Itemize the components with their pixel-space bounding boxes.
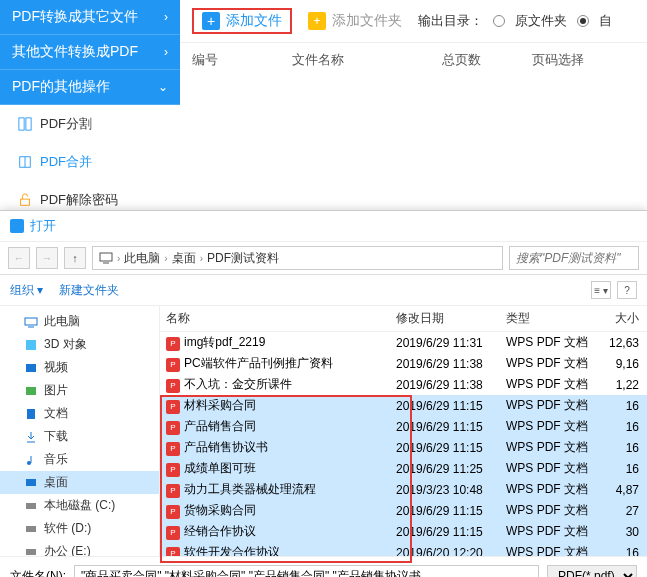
file-type: WPS PDF 文档 bbox=[500, 355, 600, 372]
add-file-button[interactable]: + 添加文件 bbox=[192, 8, 292, 34]
svg-rect-11 bbox=[26, 364, 36, 372]
tree-item[interactable]: 本地磁盘 (C:) bbox=[0, 494, 159, 517]
breadcrumb-seg[interactable]: PDF测试资料 bbox=[207, 250, 279, 267]
filetype-select[interactable]: PDF(*.pdf) bbox=[547, 565, 637, 577]
disk-icon bbox=[24, 545, 38, 557]
nav-up-button[interactable]: ↑ bbox=[64, 247, 86, 269]
add-folder-button[interactable]: + 添加文件夹 bbox=[308, 12, 402, 30]
disk-icon bbox=[24, 522, 38, 536]
col-date[interactable]: 修改日期 bbox=[390, 310, 500, 327]
breadcrumb-seg[interactable]: 此电脑 bbox=[124, 250, 160, 267]
file-size: 4,87 bbox=[600, 483, 645, 497]
sidebar: PDF转换成其它文件 › 其他文件转换成PDF › PDF的其他操作 ⌄ PDF… bbox=[0, 0, 180, 219]
tree-item[interactable]: 办公 (E:) bbox=[0, 540, 159, 556]
pdf-icon: P bbox=[166, 463, 180, 477]
tree-item[interactable]: 此电脑 bbox=[0, 310, 159, 333]
file-type: WPS PDF 文档 bbox=[500, 523, 600, 540]
tree-item-label: 视频 bbox=[44, 359, 68, 376]
sidebar-item-pdf-merge[interactable]: PDF合并 bbox=[0, 143, 180, 181]
tree-item-label: 文档 bbox=[44, 405, 68, 422]
new-folder-button[interactable]: 新建文件夹 bbox=[59, 282, 119, 299]
sidebar-cat-convert-from-pdf[interactable]: PDF转换成其它文件 › bbox=[0, 0, 180, 35]
radio-source-folder[interactable] bbox=[493, 15, 505, 27]
tree-item-label: 此电脑 bbox=[44, 313, 80, 330]
tree-item[interactable]: 图片 bbox=[0, 379, 159, 402]
view-mode-button[interactable]: ≡ ▾ bbox=[591, 281, 611, 299]
desk-icon bbox=[24, 476, 38, 490]
svg-rect-0 bbox=[19, 118, 24, 130]
file-row[interactable]: PPC端软件产品刊例推广资料2019/6/29 11:38WPS PDF 文档9… bbox=[160, 353, 647, 374]
file-row[interactable]: P不入坑：金交所课件2019/6/29 11:38WPS PDF 文档1,22 bbox=[160, 374, 647, 395]
file-row[interactable]: P经销合作协议2019/6/29 11:15WPS PDF 文档30 bbox=[160, 521, 647, 542]
tree-item-label: 桌面 bbox=[44, 474, 68, 491]
tree-item[interactable]: 下载 bbox=[0, 425, 159, 448]
svg-rect-18 bbox=[26, 503, 36, 509]
file-name: img转pdf_2219 bbox=[184, 335, 265, 349]
tree-item[interactable]: 文档 bbox=[0, 402, 159, 425]
tree-item[interactable]: 音乐 bbox=[0, 448, 159, 471]
dialog-nav: ← → ↑ › 此电脑 › 桌面 › PDF测试资料 bbox=[0, 242, 647, 275]
img-icon bbox=[24, 384, 38, 398]
tree-item[interactable]: 桌面 bbox=[0, 471, 159, 494]
sidebar-item-pdf-split[interactable]: PDF分割 bbox=[0, 105, 180, 143]
mus-icon bbox=[24, 453, 38, 467]
dialog-body: 此电脑3D 对象视频图片文档下载音乐桌面本地磁盘 (C:)软件 (D:)办公 (… bbox=[0, 306, 647, 556]
split-icon bbox=[18, 117, 32, 131]
file-row[interactable]: P动力工具类器械处理流程2019/3/23 10:48WPS PDF 文档4,8… bbox=[160, 479, 647, 500]
file-date: 2019/6/29 11:15 bbox=[390, 504, 500, 518]
file-row[interactable]: P货物采购合同2019/6/29 11:15WPS PDF 文档27 bbox=[160, 500, 647, 521]
plus-icon: + bbox=[202, 12, 220, 30]
tree-item-label: 图片 bbox=[44, 382, 68, 399]
file-type: WPS PDF 文档 bbox=[500, 460, 600, 477]
file-size: 16 bbox=[600, 441, 645, 455]
file-date: 2019/6/29 11:15 bbox=[390, 399, 500, 413]
tree-item[interactable]: 3D 对象 bbox=[0, 333, 159, 356]
3d-icon bbox=[24, 338, 38, 352]
file-size: 27 bbox=[600, 504, 645, 518]
file-size: 16 bbox=[600, 462, 645, 476]
file-list: 名称 修改日期 类型 大小 Pimg转pdf_22192019/6/29 11:… bbox=[160, 306, 647, 556]
col-type[interactable]: 类型 bbox=[500, 310, 600, 327]
organize-menu[interactable]: 组织 ▾ bbox=[10, 282, 43, 299]
file-row[interactable]: P软件开发合作协议2019/6/20 12:20WPS PDF 文档16 bbox=[160, 542, 647, 556]
file-row[interactable]: P成绩单图可班2019/6/29 11:25WPS PDF 文档16 bbox=[160, 458, 647, 479]
file-size: 16 bbox=[600, 546, 645, 557]
pc-icon bbox=[99, 251, 113, 265]
breadcrumb-seg[interactable]: 桌面 bbox=[172, 250, 196, 267]
chevron-right-icon: › bbox=[200, 253, 203, 264]
radio-custom-folder[interactable] bbox=[577, 15, 589, 27]
filename-input[interactable] bbox=[74, 565, 539, 577]
svg-rect-20 bbox=[26, 549, 36, 555]
file-date: 2019/3/23 10:48 bbox=[390, 483, 500, 497]
file-type: WPS PDF 文档 bbox=[500, 439, 600, 456]
help-button[interactable]: ? bbox=[617, 281, 637, 299]
file-size: 1,22 bbox=[600, 378, 645, 392]
file-row[interactable]: P产品销售合同2019/6/29 11:15WPS PDF 文档16 bbox=[160, 416, 647, 437]
dialog-titlebar: 打开 bbox=[0, 211, 647, 242]
file-size: 16 bbox=[600, 399, 645, 413]
col-size[interactable]: 大小 bbox=[600, 310, 645, 327]
nav-back-button[interactable]: ← bbox=[8, 247, 30, 269]
col-page-select: 页码选择 bbox=[532, 51, 622, 69]
col-name[interactable]: 名称 bbox=[160, 310, 390, 327]
pdf-icon: P bbox=[166, 547, 180, 557]
svg-rect-10 bbox=[26, 340, 36, 350]
breadcrumb[interactable]: › 此电脑 › 桌面 › PDF测试资料 bbox=[92, 246, 503, 270]
nav-forward-button[interactable]: → bbox=[36, 247, 58, 269]
sidebar-cat-convert-to-pdf[interactable]: 其他文件转换成PDF › bbox=[0, 35, 180, 70]
tree-item[interactable]: 视频 bbox=[0, 356, 159, 379]
file-name: PC端软件产品刊例推广资料 bbox=[184, 356, 333, 370]
toolbar: + 添加文件 + 添加文件夹 输出目录： 原文件夹 自 bbox=[180, 0, 647, 43]
file-row[interactable]: P材料采购合同2019/6/29 11:15WPS PDF 文档16 bbox=[160, 395, 647, 416]
svg-rect-13 bbox=[27, 409, 35, 419]
search-input[interactable] bbox=[509, 246, 639, 270]
file-name: 材料采购合同 bbox=[184, 398, 256, 412]
file-row[interactable]: Pimg转pdf_22192019/6/29 11:31WPS PDF 文档12… bbox=[160, 332, 647, 353]
tree-item[interactable]: 软件 (D:) bbox=[0, 517, 159, 540]
dialog-title-text: 打开 bbox=[30, 217, 56, 235]
radio-custom-label: 自 bbox=[599, 12, 612, 30]
file-row[interactable]: P产品销售协议书2019/6/29 11:15WPS PDF 文档16 bbox=[160, 437, 647, 458]
sidebar-cat-pdf-other[interactable]: PDF的其他操作 ⌄ bbox=[0, 70, 180, 105]
radio-source-label: 原文件夹 bbox=[515, 12, 567, 30]
dialog-toolbar: 组织 ▾ 新建文件夹 ≡ ▾ ? bbox=[0, 275, 647, 306]
